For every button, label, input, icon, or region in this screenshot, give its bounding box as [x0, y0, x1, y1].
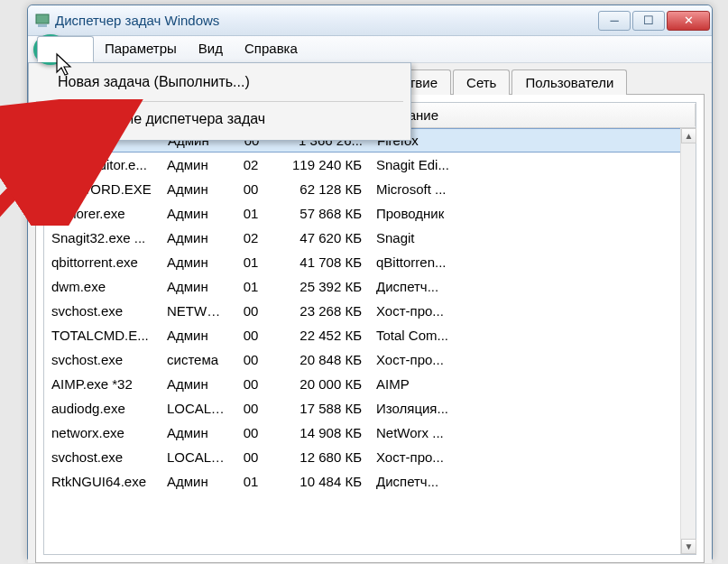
cell: 01 [232, 252, 270, 273]
cell: Админ [160, 422, 232, 443]
col-description[interactable]: Описание [369, 104, 696, 126]
cell: Snagit Edi... [369, 154, 696, 175]
cell: 57 868 КБ [270, 203, 369, 224]
window-title: Диспетчер задач Windows [55, 13, 598, 28]
taskmgr-window: Диспетчер задач Windows ─ ☐ ✕ Файл Парам… [27, 5, 713, 559]
process-row[interactable]: explorer.exeАдмин0157 868 КБПроводник [44, 201, 696, 226]
cell: Диспетч... [369, 471, 696, 492]
cell: 119 240 КБ [270, 154, 369, 175]
process-row[interactable]: audiodg.exeLOCAL ...0017 588 КБИзоляция.… [44, 396, 696, 421]
cell: AIMP.exe *32 [44, 374, 160, 394]
listview-body: firefox.exeАдмин001 366 26...FirefoxSnag… [44, 128, 696, 494]
cell: Админ [160, 471, 232, 492]
menu-view[interactable]: Вид [188, 36, 234, 62]
cell: Админ [160, 252, 232, 273]
process-listview[interactable]: Имя образа Пользо... ЦП Память (... Опис… [43, 102, 696, 555]
cell: dwm.exe [44, 276, 160, 297]
cell: 14 908 КБ [270, 422, 369, 443]
cell: 17 588 КБ [270, 398, 369, 419]
cursor-icon [55, 52, 75, 78]
cell: LOCAL ... [160, 447, 232, 467]
cell: SnagitEditor.e... [44, 154, 160, 175]
cell: 00 [232, 398, 270, 419]
cell: NetWorx ... [369, 422, 696, 443]
cell: Диспетч... [369, 276, 696, 297]
cell: 62 128 КБ [270, 179, 369, 199]
cell: Админ [160, 374, 232, 394]
cell: RtkNGUI64.exe [44, 471, 160, 492]
cell: Microsoft ... [369, 179, 696, 199]
menu-item-exit[interactable]: Завершение диспетчера задач [31, 104, 409, 136]
menu-bar: Файл Параметры Вид Справка [28, 36, 712, 63]
cell: Firefox [370, 130, 695, 151]
cell: svchost.exe [44, 447, 160, 467]
process-row[interactable]: SnagitEditor.e...Админ02119 240 КБSnagit… [44, 153, 696, 177]
svg-rect-0 [36, 14, 49, 23]
vertical-scrollbar[interactable]: ▲ ▼ [680, 128, 696, 554]
cell: 01 [232, 276, 270, 297]
cell: 00 [232, 325, 270, 346]
cell: Админ [160, 325, 232, 346]
process-row[interactable]: RtkNGUI64.exeАдмин0110 484 КБДиспетч... [44, 469, 696, 494]
cell: 25 392 КБ [270, 276, 369, 297]
cell: Snagit [369, 227, 696, 248]
cell: 12 680 КБ [270, 447, 369, 467]
cell: 01 [232, 471, 270, 492]
cell: svchost.exe [44, 349, 160, 370]
cell: 20 848 КБ [270, 349, 369, 370]
scroll-down-icon[interactable]: ▼ [681, 539, 696, 554]
close-button[interactable]: ✕ [667, 11, 710, 31]
cell: 22 452 КБ [270, 325, 369, 346]
cell: Админ [160, 154, 232, 175]
process-row[interactable]: dwm.exeАдмин0125 392 КБДиспетч... [44, 274, 696, 299]
menu-help[interactable]: Справка [234, 36, 309, 62]
menu-options[interactable]: Параметры [94, 36, 188, 62]
cell: 41 708 КБ [270, 252, 369, 273]
process-row[interactable]: TOTALCMD.E...Админ0022 452 КБTotal Com..… [44, 323, 696, 347]
cell: 02 [232, 154, 270, 175]
cell: WINWORD.EXE [44, 179, 160, 199]
menu-item-new-task[interactable]: Новая задача (Выполнить...) [31, 67, 409, 99]
process-row[interactable]: svchost.exeNETWO...0023 268 КБХост-про..… [44, 299, 696, 323]
cell: Проводник [369, 203, 696, 224]
cell: 20 000 КБ [270, 374, 369, 394]
cell: networx.exe [44, 422, 160, 443]
cell: NETWO... [160, 300, 232, 321]
process-row[interactable]: networx.exeАдмин0014 908 КБNetWorx ... [44, 421, 696, 445]
cell: audiodg.exe [44, 398, 160, 419]
cell: Хост-про... [369, 300, 696, 321]
process-row[interactable]: WINWORD.EXEАдмин0062 128 КБMicrosoft ... [44, 177, 696, 201]
title-bar[interactable]: Диспетчер задач Windows ─ ☐ ✕ [28, 5, 712, 36]
process-row[interactable]: svchost.exeсистема0020 848 КБХост-про... [44, 347, 696, 372]
cell: 00 [232, 300, 270, 321]
cell: Snagit32.exe ... [44, 227, 160, 248]
minimize-button[interactable]: ─ [598, 11, 631, 31]
scroll-up-icon[interactable]: ▲ [681, 128, 696, 143]
tab-users[interactable]: Пользователи [511, 69, 627, 95]
cell: AIMP [369, 374, 696, 394]
cell: 47 620 КБ [270, 227, 369, 248]
cell: 00 [232, 374, 270, 394]
cell: svchost.exe [44, 300, 160, 321]
process-row[interactable]: Snagit32.exe ...Админ0247 620 КБSnagit [44, 226, 696, 250]
process-row[interactable]: AIMP.exe *32Админ0020 000 КБAIMP [44, 372, 696, 396]
cell: 00 [232, 349, 270, 370]
process-row[interactable]: qbittorrent.exeАдмин0141 708 КБqBittorre… [44, 250, 696, 274]
cell: Хост-про... [369, 447, 696, 467]
tab-network[interactable]: Сеть [453, 69, 510, 95]
cell: 23 268 КБ [270, 300, 369, 321]
cell: qbittorrent.exe [44, 252, 160, 273]
maximize-button[interactable]: ☐ [632, 11, 665, 31]
cell: 10 484 КБ [270, 471, 369, 492]
cell: 00 [232, 422, 270, 443]
process-row[interactable]: svchost.exeLOCAL ...0012 680 КБХост-про.… [44, 445, 696, 469]
app-icon [35, 14, 50, 28]
cell: explorer.exe [44, 203, 160, 224]
cell: система [160, 349, 232, 370]
cell: 00 [232, 447, 270, 467]
cell: Админ [160, 276, 232, 297]
cell: 02 [232, 227, 270, 248]
cell: qBittorren... [369, 252, 696, 273]
cell: 00 [232, 179, 270, 199]
cell: 01 [232, 203, 270, 224]
